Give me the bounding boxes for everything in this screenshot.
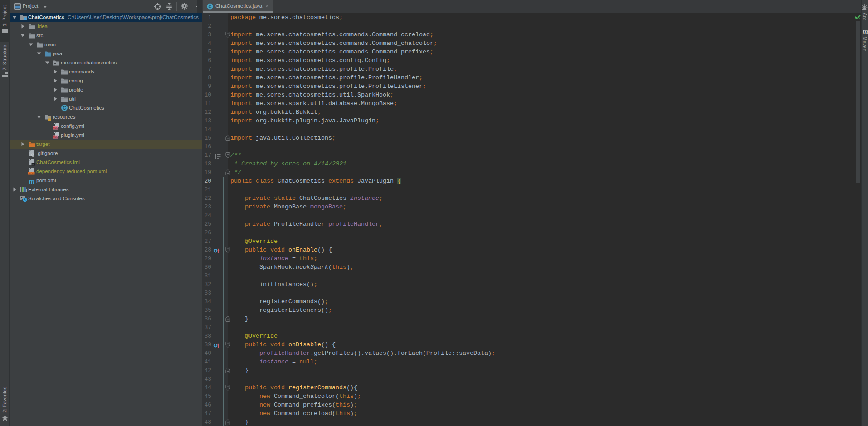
svg-text:C: C	[209, 4, 212, 9]
svg-text:YML: YML	[53, 136, 59, 138]
svg-text:<>: <>	[29, 172, 33, 175]
svg-text:YML: YML	[53, 126, 59, 129]
svg-text:C: C	[63, 106, 66, 111]
svg-text:m: m	[29, 177, 34, 184]
